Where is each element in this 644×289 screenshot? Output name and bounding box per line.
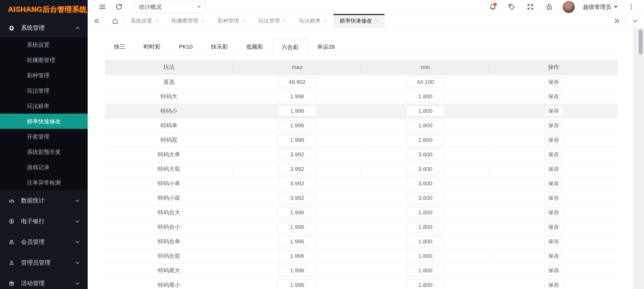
max-odds-input[interactable] — [278, 149, 316, 160]
min-odds-input[interactable] — [406, 193, 444, 203]
sidebar-item[interactable]: 系统彩预开奖 — [0, 144, 88, 160]
tag-tab[interactable]: 系统设置× — [124, 14, 165, 28]
refresh-icon[interactable] — [113, 2, 124, 12]
tags-scroll-left-icon[interactable] — [88, 14, 106, 28]
tags-scroll-right-icon[interactable] — [607, 14, 626, 28]
tag-tab-label: 玩法管理 — [258, 17, 280, 24]
min-odds-input[interactable] — [406, 251, 444, 261]
sidebar-section-4[interactable]: 管理员管理 — [0, 252, 88, 273]
sidebar-item[interactable]: 彩种管理 — [0, 68, 88, 83]
save-button[interactable]: 保存 — [544, 236, 563, 247]
lottery-tab[interactable]: 快三 — [105, 39, 134, 55]
save-button[interactable]: 保存 — [544, 280, 563, 289]
close-icon[interactable]: × — [202, 19, 205, 23]
save-button[interactable]: 保存 — [544, 222, 563, 232]
save-button[interactable]: 保存 — [544, 251, 563, 261]
save-button[interactable]: 保存 — [544, 149, 563, 160]
tag-tab[interactable]: 玩法管理× — [252, 14, 293, 28]
close-icon[interactable]: × — [283, 19, 286, 23]
lottery-tab[interactable]: 低频彩 — [237, 39, 272, 55]
min-odds-input[interactable] — [406, 91, 444, 102]
sidebar-item[interactable]: 赔率快速修改 — [0, 114, 88, 129]
lottery-tab[interactable]: 幸运28 — [308, 39, 344, 55]
min-odds-input[interactable] — [406, 236, 444, 247]
save-button[interactable]: 保存 — [544, 265, 563, 276]
close-icon[interactable]: × — [155, 19, 158, 23]
notifications-bell-icon[interactable] — [487, 2, 498, 12]
user-menu[interactable]: 超级管理员 — [583, 3, 618, 11]
sidebar-item[interactable]: 游戏记录 — [0, 160, 88, 175]
min-odds-input[interactable] — [406, 164, 444, 174]
play-name: 特码合小 — [105, 220, 233, 234]
max-odds-input[interactable] — [278, 222, 316, 232]
tag-tab[interactable]: 轮播图管理× — [165, 14, 211, 28]
kebab-menu-icon[interactable] — [626, 2, 636, 12]
min-odds-input[interactable] — [406, 106, 444, 116]
max-odds-input[interactable] — [278, 207, 316, 218]
sidebar-item[interactable]: 开奖管理 — [0, 129, 88, 144]
save-button[interactable]: 保存 — [544, 135, 563, 145]
max-odds-input[interactable] — [278, 251, 316, 261]
max-odds-input[interactable] — [278, 77, 316, 87]
save-button[interactable]: 保存 — [544, 178, 563, 189]
sidebar-item[interactable]: 玩法管理 — [0, 83, 88, 98]
sidebar-section-5[interactable]: 活动管理 — [0, 273, 88, 289]
tag-tab[interactable]: 彩种管理× — [211, 14, 252, 28]
sidebar-item[interactable]: 玩法赔率 — [0, 98, 88, 114]
tag-tab[interactable]: 赔率快速修改× — [333, 14, 385, 28]
scrollbar-track[interactable] — [633, 28, 644, 289]
max-odds-input[interactable] — [278, 135, 316, 145]
max-odds-input[interactable] — [278, 280, 316, 289]
max-odds-input[interactable] — [278, 120, 316, 131]
close-icon[interactable]: × — [324, 19, 327, 23]
max-odds-input[interactable] — [278, 193, 316, 203]
min-odds-input[interactable] — [406, 207, 444, 218]
scrollbar-thumb[interactable] — [639, 30, 643, 54]
save-button[interactable]: 保存 — [544, 207, 563, 218]
lottery-tab[interactable]: 六合彩 — [272, 39, 308, 55]
lottery-tab[interactable]: 时时彩 — [134, 39, 170, 55]
odds-table-header: 玩法maxmin操作 — [105, 60, 618, 75]
min-odds-input[interactable] — [406, 135, 444, 145]
max-odds-input[interactable] — [278, 236, 316, 247]
tag-icon[interactable] — [506, 2, 517, 12]
max-odds-input[interactable] — [278, 265, 316, 276]
save-button[interactable]: 保存 — [544, 120, 563, 131]
min-odds-input[interactable] — [406, 149, 444, 160]
save-button[interactable]: 保存 — [544, 77, 563, 87]
sidebar-item[interactable]: 注单异常检测 — [0, 175, 88, 190]
sidebar-item[interactable]: 系统设置 — [0, 37, 88, 52]
sidebar-section-2[interactable]: 电子银行 — [0, 211, 88, 232]
save-button[interactable]: 保存 — [544, 106, 563, 116]
min-odds-input[interactable] — [406, 280, 444, 289]
sidebar-section-1[interactable]: 数据统计 — [0, 190, 88, 211]
tag-tab[interactable]: 玩法赔率× — [293, 14, 333, 28]
sidebar-section-3[interactable]: 会员管理 — [0, 232, 88, 252]
min-odds-input[interactable] — [406, 120, 444, 131]
tags-menu-chevron-icon[interactable] — [626, 14, 644, 28]
sidebar-collapse-icon[interactable] — [97, 2, 108, 12]
avatar[interactable] — [563, 1, 575, 13]
save-button[interactable]: 保存 — [544, 91, 563, 102]
min-odds-input[interactable] — [406, 265, 444, 276]
save-button[interactable]: 保存 — [544, 164, 563, 174]
lottery-tab[interactable]: PK10 — [170, 39, 202, 55]
max-odds-input[interactable] — [278, 178, 316, 189]
sidebar-section-0[interactable]: 系统管理 — [0, 19, 88, 37]
min-odds-input[interactable] — [406, 178, 444, 189]
max-odds-input[interactable] — [278, 164, 316, 174]
fullscreen-icon[interactable] — [525, 2, 536, 12]
lottery-tab[interactable]: 快乐彩 — [202, 39, 237, 55]
min-odds-input[interactable] — [406, 222, 444, 232]
min-odds-input[interactable] — [406, 77, 444, 87]
close-icon[interactable]: × — [242, 19, 245, 23]
save-button[interactable]: 保存 — [544, 193, 563, 203]
max-odds-input[interactable] — [278, 106, 316, 116]
max-odds-input[interactable] — [278, 91, 316, 102]
home-icon[interactable] — [106, 14, 124, 28]
sidebar-item[interactable]: 轮播图管理 — [0, 52, 88, 68]
page-select[interactable]: 统计概况 — [134, 1, 205, 13]
close-icon[interactable]: × — [375, 19, 378, 23]
play-name: 特码双 — [105, 133, 233, 147]
lock-icon[interactable] — [544, 2, 554, 12]
